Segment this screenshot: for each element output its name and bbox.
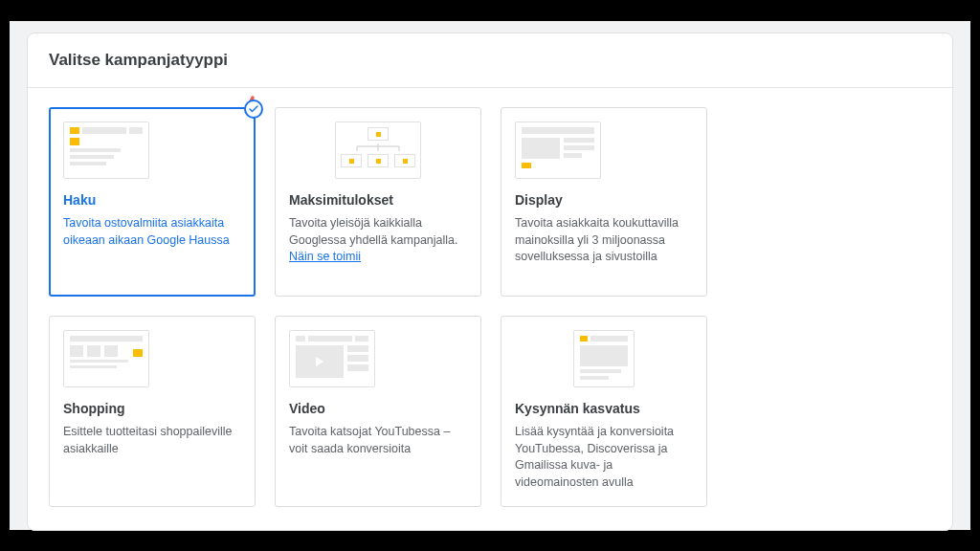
campaign-card-shopping[interactable]: Shopping Esittele tuotteitasi shoppailev… <box>49 316 256 507</box>
card-desc: Esittele tuotteitasi shoppaileville asia… <box>63 424 241 457</box>
page-background: Valitse kampanjatyyppi Haku <box>10 21 970 530</box>
thumb-pmax-icon <box>335 121 421 179</box>
campaign-card-display[interactable]: Display Tavoita asiakkaita koukuttavilla… <box>501 107 707 297</box>
card-desc-text: Tavoita yleisöjä kaikkialla Googlessa yh… <box>289 216 458 247</box>
card-title: Haku <box>63 192 241 208</box>
thumb-display-icon <box>515 121 601 179</box>
card-title: Display <box>515 192 693 208</box>
card-title: Kysynnän kasvatus <box>515 401 693 416</box>
panel-title: Valitse kampanjatyyppi <box>28 33 952 88</box>
campaign-card-search[interactable]: Haku Tavoita ostovalmiita asiakkaita oik… <box>49 107 256 297</box>
campaign-card-demand-gen[interactable]: Kysynnän kasvatus Lisää kysyntää ja konv… <box>501 316 707 507</box>
thumb-demand-icon <box>573 330 635 387</box>
card-title: Maksimitulokset <box>289 192 467 208</box>
selected-check-icon <box>244 99 263 119</box>
card-title: Shopping <box>63 401 241 416</box>
campaign-type-panel: Valitse kampanjatyyppi Haku <box>27 33 953 531</box>
card-desc: Tavoita katsojat YouTubessa – voit saada… <box>289 424 467 457</box>
campaign-card-video[interactable]: Video Tavoita katsojat YouTubessa – voit… <box>275 316 481 507</box>
thumb-shopping-icon <box>63 330 149 387</box>
card-grid: Haku Tavoita ostovalmiita asiakkaita oik… <box>28 88 952 530</box>
campaign-card-pmax[interactable]: Maksimitulokset Tavoita yleisöjä kaikkia… <box>275 107 481 297</box>
card-title: Video <box>289 401 467 416</box>
thumb-search-icon <box>63 121 149 179</box>
card-desc: Tavoita yleisöjä kaikkialla Googlessa yh… <box>289 215 467 266</box>
card-desc: Lisää kysyntää ja konversioita YouTubess… <box>515 424 693 491</box>
how-it-works-link[interactable]: Näin se toimii <box>289 250 361 263</box>
card-desc: Tavoita ostovalmiita asiakkaita oikeaan … <box>63 215 241 249</box>
card-desc: Tavoita asiakkaita koukuttavilla mainoks… <box>515 215 693 266</box>
thumb-video-icon <box>289 330 375 387</box>
